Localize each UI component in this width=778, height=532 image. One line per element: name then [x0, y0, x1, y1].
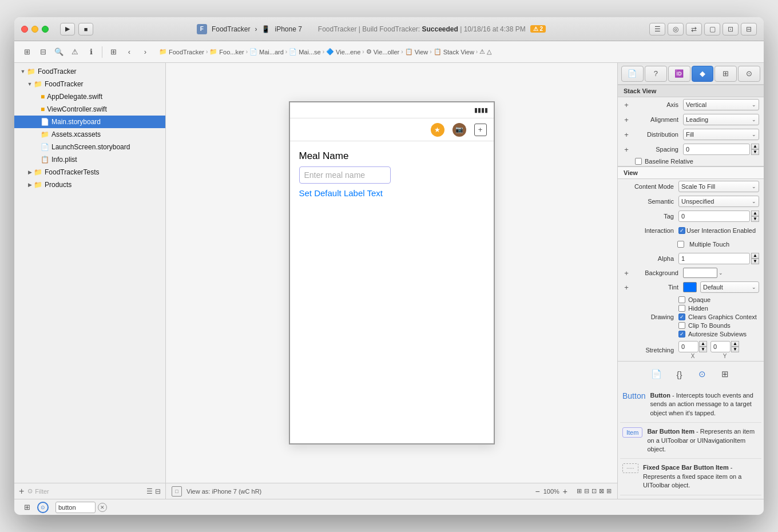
sidebar-item-foodtrackertests[interactable]: 📁 FoodTrackerTests [14, 166, 165, 178]
code-icon-btn[interactable]: {} [672, 366, 688, 382]
background-plus[interactable]: + [622, 269, 630, 277]
axis-select[interactable]: Vertical ⌄ [683, 99, 759, 110]
clip-bounds-checkbox[interactable] [678, 322, 685, 329]
warning-icon[interactable]: ⚠ [68, 45, 82, 59]
breadcrumb-item-8[interactable]: 📋 Stack View [434, 48, 474, 55]
tag-stepper-up[interactable]: ▲ [751, 211, 759, 216]
filter-toggle-icon[interactable]: ⊟ [155, 487, 161, 495]
sidebar-item-foodtracker-group[interactable]: 📁 FoodTracker [14, 78, 165, 90]
alignment-plus[interactable]: + [622, 116, 630, 124]
sidebar-item-appdelegate[interactable]: ■ AppDelegate.swift [14, 90, 165, 103]
search-icon[interactable]: 🔍 [52, 45, 66, 59]
add-file-button[interactable]: + [19, 487, 24, 496]
stretch-y-input[interactable]: 0 [710, 341, 731, 352]
multiple-touch-checkbox[interactable] [677, 241, 684, 248]
opaque-checkbox[interactable] [678, 296, 685, 303]
info-icon[interactable]: ℹ [84, 45, 98, 59]
view-layout-1[interactable]: ▢ [704, 23, 720, 35]
sidebar-toggle-icon[interactable]: ⊞ [20, 45, 34, 59]
tint-select[interactable]: Default ⌄ [700, 281, 759, 293]
stretch-y-up[interactable]: ▲ [731, 341, 739, 347]
user-interaction-checkbox[interactable]: ✓ [678, 227, 685, 234]
breadcrumb-item-3[interactable]: 📄 Mai...ard [249, 48, 284, 55]
breadcrumb-item-4[interactable]: 📄 Mai...se [289, 48, 321, 55]
view-toggle-btn-1[interactable]: ☰ [649, 23, 665, 35]
disclosure-foodtrackertests[interactable] [26, 168, 34, 176]
forward-nav-btn[interactable]: › [138, 45, 152, 59]
tab-identity[interactable]: 🆔 [668, 66, 690, 82]
grid-icon-btn[interactable]: ⊞ [717, 366, 733, 382]
tab-attributes[interactable]: ◆ [692, 66, 714, 82]
canvas-tool-3[interactable]: ⊡ [592, 487, 597, 495]
sidebar-item-foodtracker-root[interactable]: 📁 FoodTracker [14, 65, 165, 78]
meal-name-textfield[interactable]: Enter meal name [299, 166, 391, 184]
canvas-tool-2[interactable]: ⊟ [584, 487, 589, 495]
disclosure-foodtracker-root[interactable] [19, 68, 27, 76]
breadcrumb-item-5[interactable]: 🔷 Vie...ene [326, 48, 360, 55]
close-button[interactable] [21, 26, 28, 33]
stretch-x-down[interactable]: ▼ [699, 347, 707, 352]
set-default-button[interactable]: Set Default Label Text [299, 188, 485, 198]
plus-button[interactable]: + [474, 124, 487, 136]
alpha-stepper-down[interactable]: ▼ [751, 259, 759, 264]
breadcrumb-item-6[interactable]: ⚙ Vie...oller [366, 48, 400, 55]
clears-graphics-checkbox[interactable]: ✓ [678, 313, 685, 320]
status-clear-btn[interactable]: ✕ [98, 503, 107, 512]
spacing-stepper-up[interactable]: ▲ [751, 144, 759, 149]
stretch-x-up[interactable]: ▲ [699, 341, 707, 347]
tag-input[interactable]: 0 [678, 211, 750, 222]
hidden-checkbox[interactable] [678, 305, 685, 312]
distribution-select[interactable]: Fill ⌄ [683, 129, 759, 140]
stretch-y-down[interactable]: ▼ [731, 347, 739, 352]
view-layout-3[interactable]: ⊟ [741, 23, 757, 35]
zoom-minus-btn[interactable]: − [535, 487, 539, 496]
tag-stepper-down[interactable]: ▼ [751, 216, 759, 222]
stretch-x-input[interactable]: 0 [678, 341, 698, 352]
tab-size[interactable]: ⊞ [715, 66, 737, 82]
canvas-tool-5[interactable]: ⊞ [606, 487, 612, 495]
status-search-input[interactable] [55, 502, 96, 513]
back-nav-btn[interactable]: ‹ [122, 45, 136, 59]
sidebar-item-infoplist[interactable]: 📋 Info.plist [14, 153, 165, 166]
alignment-select[interactable]: Leading ⌄ [683, 114, 759, 125]
tab-connections[interactable]: ⊙ [738, 66, 760, 82]
spacing-plus[interactable]: + [622, 145, 630, 154]
sort-icon[interactable]: ☰ [146, 487, 153, 495]
spacing-stepper-down[interactable]: ▼ [751, 149, 759, 155]
breadcrumb-item-2[interactable]: 📁 Foo...ker [209, 48, 244, 55]
baseline-relative-checkbox[interactable] [635, 158, 642, 165]
status-circle-icon[interactable]: ⊙ [37, 502, 49, 513]
sidebar-item-viewcontroller[interactable]: ■ ViewController.swift [14, 103, 165, 116]
warning-badge[interactable]: ⚠ 2 [530, 25, 546, 33]
tab-file[interactable]: 📄 [621, 66, 644, 82]
axis-plus[interactable]: + [622, 101, 630, 109]
spacing-input[interactable]: 0 [683, 144, 750, 155]
breadcrumb-item-1[interactable]: 📁 FoodTracker [159, 48, 204, 55]
canvas-tool-1[interactable]: ⊞ [577, 487, 582, 495]
maximize-button[interactable] [42, 26, 49, 33]
stop-button[interactable]: ■ [78, 23, 93, 35]
semantic-select[interactable]: Unspecified ⌄ [678, 196, 759, 207]
canvas-tool-4[interactable]: ⊠ [599, 487, 604, 495]
sidebar-item-products[interactable]: 📁 Products [14, 178, 165, 191]
circle-icon-btn[interactable]: ⊙ [694, 366, 710, 382]
zoom-plus-btn[interactable]: + [563, 487, 567, 496]
breadcrumb-item-7[interactable]: 📋 View [405, 48, 428, 55]
tab-help[interactable]: ? [645, 66, 667, 82]
minimize-button[interactable] [31, 26, 38, 33]
activity-btn[interactable]: ◎ [668, 23, 684, 35]
file-icon-btn[interactable]: 📄 [649, 366, 665, 382]
sidebar-item-assets[interactable]: 📁 Assets.xcassets [14, 128, 165, 141]
alpha-input[interactable]: 1 [678, 253, 750, 264]
grid-view-icon[interactable]: ⊞ [106, 45, 120, 59]
sidebar-item-launchscreen[interactable]: 📄 LaunchScreen.storyboard [14, 141, 165, 153]
tint-plus[interactable]: + [622, 283, 630, 292]
bar-button-preview-label[interactable]: Item [622, 427, 642, 438]
disclosure-foodtracker-group[interactable] [26, 80, 34, 88]
disclosure-products[interactable] [26, 181, 34, 189]
nav-btn[interactable]: ⇄ [686, 23, 702, 35]
view-layout-2[interactable]: ⊡ [723, 23, 739, 35]
distribution-plus[interactable]: + [622, 130, 630, 139]
content-mode-select[interactable]: Scale To Fill ⌄ [678, 181, 759, 192]
button-preview-label[interactable]: Button [622, 391, 645, 400]
